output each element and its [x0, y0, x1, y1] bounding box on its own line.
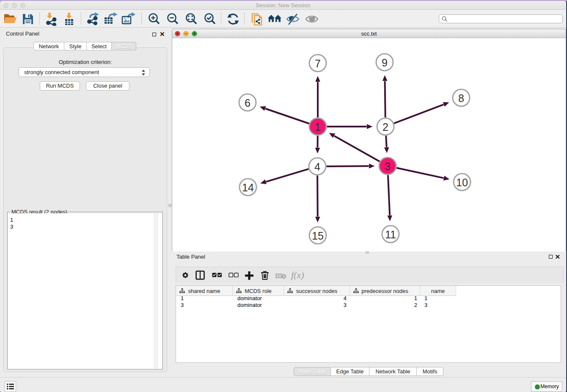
svg-text:7: 7	[315, 58, 321, 69]
svg-text:15: 15	[312, 230, 324, 242]
svg-text:1: 1	[315, 121, 321, 133]
svg-text:6: 6	[245, 97, 250, 109]
svg-text:3: 3	[385, 160, 391, 172]
svg-text:8: 8	[458, 92, 464, 104]
svg-text:10: 10	[456, 177, 468, 188]
svg-text:11: 11	[385, 229, 396, 240]
svg-text:4: 4	[314, 161, 320, 173]
svg-text:9: 9	[382, 57, 388, 69]
svg-text:2: 2	[383, 121, 388, 133]
svg-text:14: 14	[242, 182, 254, 193]
